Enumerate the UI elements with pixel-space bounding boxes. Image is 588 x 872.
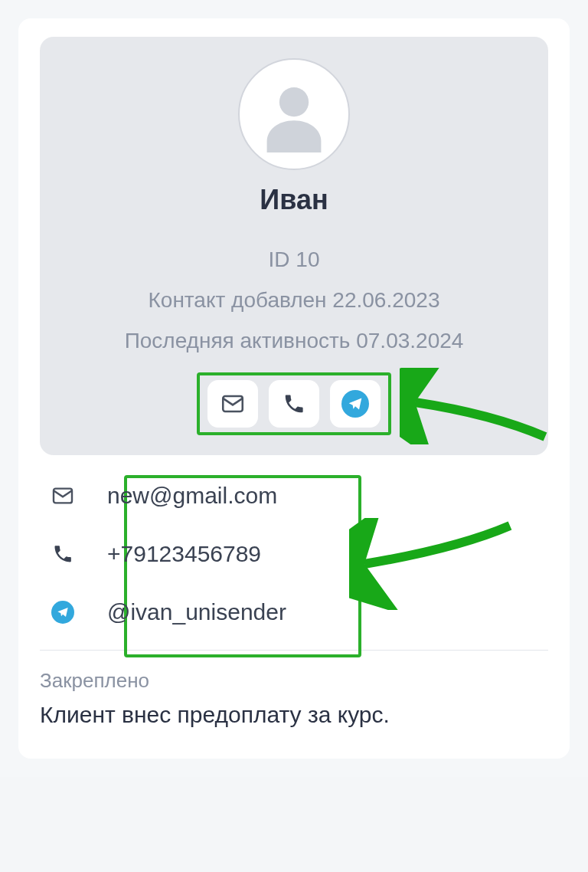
annotation-arrow-icon bbox=[349, 518, 518, 610]
email-value[interactable]: new@gmail.com bbox=[107, 483, 277, 509]
contact-last-activity: Последняя активность 07.03.2024 bbox=[58, 320, 530, 361]
phone-button[interactable] bbox=[269, 380, 319, 428]
pinned-label: Закреплено bbox=[40, 669, 548, 693]
email-button[interactable] bbox=[207, 380, 258, 428]
phone-icon bbox=[283, 392, 305, 415]
contacts-section: new@gmail.com +79123456789 bbox=[40, 483, 548, 625]
pinned-note: Клиент внес предоплату за курс. bbox=[40, 702, 548, 728]
phone-value[interactable]: +79123456789 bbox=[107, 541, 261, 567]
avatar bbox=[238, 58, 350, 170]
telegram-button[interactable] bbox=[330, 380, 381, 428]
mail-icon bbox=[220, 391, 246, 417]
phone-row: +79123456789 bbox=[43, 541, 548, 567]
person-icon bbox=[256, 76, 332, 152]
mail-icon bbox=[49, 484, 77, 508]
profile-hero: Иван ID 10 Контакт добавлен 22.06.2023 П… bbox=[40, 37, 548, 455]
telegram-row: @ivan_unisender bbox=[43, 599, 548, 625]
telegram-icon bbox=[49, 601, 77, 624]
contact-card: Иван ID 10 Контакт добавлен 22.06.2023 П… bbox=[18, 18, 570, 759]
action-row bbox=[197, 372, 391, 435]
contact-name: Иван bbox=[58, 184, 530, 216]
divider bbox=[40, 650, 548, 651]
contact-id: ID 10 bbox=[58, 239, 530, 280]
annotation-arrow-icon bbox=[400, 368, 553, 444]
telegram-icon bbox=[341, 390, 369, 418]
pinned-section: Закреплено Клиент внес предоплату за кур… bbox=[40, 669, 548, 728]
actions-highlight-box bbox=[197, 372, 391, 435]
phone-icon bbox=[49, 543, 77, 565]
telegram-value[interactable]: @ivan_unisender bbox=[107, 599, 286, 625]
email-row: new@gmail.com bbox=[43, 483, 548, 509]
svg-point-0 bbox=[279, 87, 309, 116]
contact-added-date: Контакт добавлен 22.06.2023 bbox=[58, 280, 530, 320]
